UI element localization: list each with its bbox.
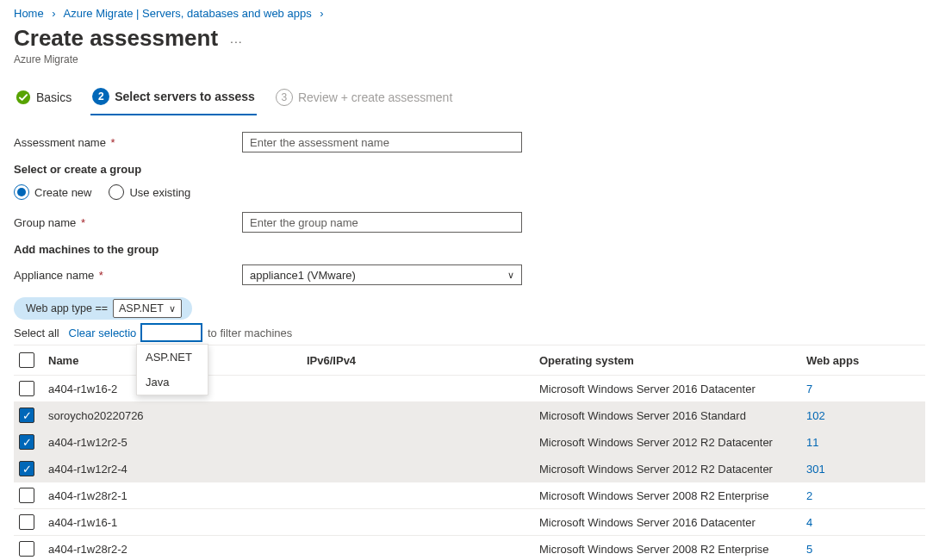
row-webapps-link[interactable]: 301 (806, 463, 825, 476)
header-checkbox[interactable] (19, 352, 34, 368)
radio-create-label: Create new (34, 186, 91, 199)
row-checkbox[interactable] (19, 514, 34, 530)
group-name-label: Group name * (14, 216, 242, 229)
row-name: a404-r1w28r2-1 (43, 482, 302, 509)
row-os: Microsoft Windows Server 2016 Standard (534, 402, 801, 429)
row-name: a404-r1w12r2-4 (43, 456, 302, 482)
row-ip (302, 376, 534, 402)
step-number-icon: 3 (276, 89, 293, 106)
table-row[interactable]: a404-r1w28r2-2Microsoft Windows Server 2… (14, 536, 925, 561)
appliance-dropdown[interactable]: appliance1 (VMware) ∨ (242, 264, 522, 285)
filter-search-input[interactable] (140, 323, 202, 342)
row-os: Microsoft Windows Server 2008 R2 Enterpr… (534, 536, 801, 561)
assessment-name-input[interactable] (242, 132, 522, 152)
filter-pill-value: ASP.NET (119, 302, 164, 314)
row-webapps-link[interactable]: 4 (806, 516, 812, 529)
row-name: a404-r1w16-1 (43, 509, 302, 536)
row-ip (302, 456, 534, 482)
row-webapps-link[interactable]: 2 (806, 489, 812, 502)
row-name: a404-r1w12r2-5 (43, 429, 302, 456)
chevron-right-icon: › (320, 7, 323, 20)
row-os: Microsoft Windows Server 2012 R2 Datacen… (534, 456, 801, 482)
col-webapps[interactable]: Web apps (801, 345, 925, 376)
breadcrumb-azure-migrate[interactable]: Azure Migrate | Servers, databases and w… (64, 7, 312, 20)
row-checkbox[interactable] (19, 541, 34, 557)
filter-pill-select[interactable]: ASP.NET ∨ (113, 299, 182, 318)
step-basics-label: Basics (36, 90, 72, 104)
filter-option-aspnet[interactable]: ASP.NET (137, 345, 208, 370)
radio-create-new[interactable]: Create new (14, 184, 91, 200)
step-review[interactable]: 3 Review + create assessment (274, 85, 454, 115)
row-os: Microsoft Windows Server 2016 Datacenter (534, 376, 801, 402)
group-section-head: Select or create a group (14, 163, 925, 176)
clear-selection-link[interactable]: Clear selectio (69, 327, 137, 339)
row-name: a404-r1w28r2-2 (43, 536, 302, 561)
table-row[interactable]: a404-r1w16-1Microsoft Windows Server 201… (14, 509, 925, 536)
row-checkbox[interactable] (19, 488, 34, 503)
row-checkbox[interactable]: ✓ (19, 434, 34, 450)
step-select-label: Select servers to assess (115, 90, 255, 103)
row-os: Microsoft Windows Server 2012 R2 Datacen… (534, 429, 801, 456)
appliance-name-label: Appliance name * (14, 269, 242, 282)
row-os: Microsoft Windows Server 2016 Datacenter (534, 509, 801, 536)
step-review-label: Review + create assessment (298, 90, 452, 104)
filter-pill-label: Web app type == (26, 302, 108, 314)
breadcrumb: Home › Azure Migrate | Servers, database… (14, 7, 925, 20)
row-webapps-link[interactable]: 7 (806, 383, 812, 395)
row-ip (302, 536, 534, 561)
filter-hint: to filter machines (208, 327, 292, 339)
stepper: Basics 2 Select servers to assess 3 Revi… (14, 84, 925, 116)
check-circle-icon (16, 90, 31, 105)
table-row[interactable]: ✓a404-r1w12r2-4Microsoft Windows Server … (14, 456, 925, 482)
more-actions-button[interactable]: ··· (227, 34, 246, 48)
row-ip (302, 429, 534, 456)
row-webapps-link[interactable]: 5 (806, 543, 812, 556)
row-name: soroycho20220726 (43, 402, 302, 429)
chevron-right-icon: › (52, 7, 55, 20)
chevron-down-icon: ∨ (169, 303, 176, 314)
page-title: Create assessment (14, 25, 218, 52)
step-basics[interactable]: Basics (14, 86, 73, 114)
step-select-servers[interactable]: 2 Select servers to assess (90, 84, 257, 115)
page-subtitle: Azure Migrate (14, 53, 925, 65)
breadcrumb-home[interactable]: Home (14, 7, 44, 20)
group-name-input[interactable] (242, 212, 522, 233)
row-ip (302, 482, 534, 509)
row-checkbox[interactable] (19, 381, 34, 396)
table-row[interactable]: ✓soroycho20220726Microsoft Windows Serve… (14, 402, 925, 429)
row-checkbox[interactable]: ✓ (19, 408, 34, 423)
assessment-name-label: Assessment name * (14, 136, 242, 149)
row-ip (302, 509, 534, 536)
row-webapps-link[interactable]: 11 (806, 436, 818, 449)
row-webapps-link[interactable]: 102 (806, 409, 825, 422)
add-machines-head: Add machines to the group (14, 243, 925, 256)
filter-pill-webapp[interactable]: Web app type == ASP.NET ∨ (14, 297, 192, 320)
select-all-label: Select all (14, 327, 59, 339)
table-row[interactable]: a404-r1w28r2-1Microsoft Windows Server 2… (14, 482, 925, 509)
col-os[interactable]: Operating system (534, 345, 801, 376)
radio-use-existing[interactable]: Use existing (109, 184, 190, 200)
filter-option-java[interactable]: Java (137, 370, 208, 395)
appliance-value: appliance1 (VMware) (250, 269, 356, 282)
chevron-down-icon: ∨ (507, 270, 514, 281)
row-checkbox[interactable]: ✓ (19, 461, 34, 476)
radio-existing-label: Use existing (129, 186, 190, 199)
row-os: Microsoft Windows Server 2008 R2 Enterpr… (534, 482, 801, 509)
step-number-icon: 2 (92, 88, 109, 105)
col-ip[interactable]: IPv6/IPv4 (302, 345, 534, 376)
filter-dropdown-menu: ASP.NET Java (136, 344, 208, 395)
row-ip (302, 402, 534, 429)
table-row[interactable]: ✓a404-r1w12r2-5Microsoft Windows Server … (14, 429, 925, 456)
